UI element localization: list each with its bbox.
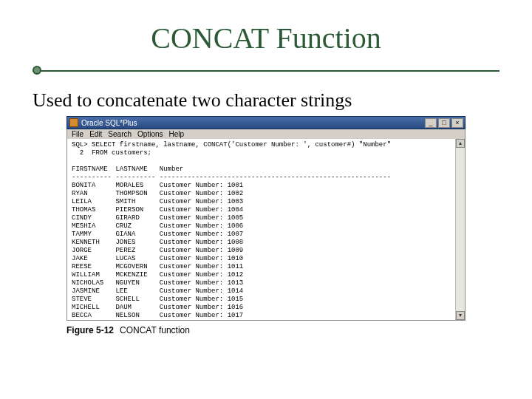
slide-title: CONCAT Function	[0, 21, 532, 55]
menubar: File Edit Search Options Help	[66, 129, 466, 139]
figure-caption: Figure 5-12CONCAT function	[66, 325, 466, 335]
vertical-scrollbar[interactable]: ▴ ▾	[455, 139, 465, 320]
figure-number: Figure 5-12	[66, 325, 114, 335]
client-area: SQL> SELECT firstname, lastname, CONCAT(…	[66, 139, 466, 321]
rule-line	[33, 70, 499, 72]
rule-dot-icon	[33, 66, 41, 75]
menu-options[interactable]: Options	[137, 130, 163, 138]
sql-output: SQL> SELECT firstname, lastname, CONCAT(…	[72, 141, 460, 321]
menu-help[interactable]: Help	[169, 130, 185, 138]
window-buttons: _ □ ×	[425, 118, 463, 128]
app-icon	[69, 118, 78, 127]
close-button[interactable]: ×	[451, 118, 463, 128]
scroll-down-icon[interactable]: ▾	[456, 311, 465, 320]
figure-text: CONCAT function	[120, 325, 190, 335]
menu-file[interactable]: File	[72, 130, 83, 138]
slide: CONCAT Function Used to concatenate two …	[0, 21, 532, 399]
window-titlebar[interactable]: Oracle SQL*Plus _ □ ×	[66, 116, 466, 129]
menu-edit[interactable]: Edit	[89, 130, 102, 138]
sqlplus-window: Oracle SQL*Plus _ □ × File Edit Search O…	[66, 116, 466, 321]
scroll-up-icon[interactable]: ▴	[456, 139, 465, 148]
maximize-button[interactable]: □	[438, 118, 450, 128]
title-rule	[33, 66, 499, 76]
minimize-button[interactable]: _	[425, 118, 437, 128]
window-title: Oracle SQL*Plus	[81, 119, 425, 127]
body-text: Used to concatenate two character string…	[33, 89, 499, 112]
menu-search[interactable]: Search	[108, 130, 132, 138]
